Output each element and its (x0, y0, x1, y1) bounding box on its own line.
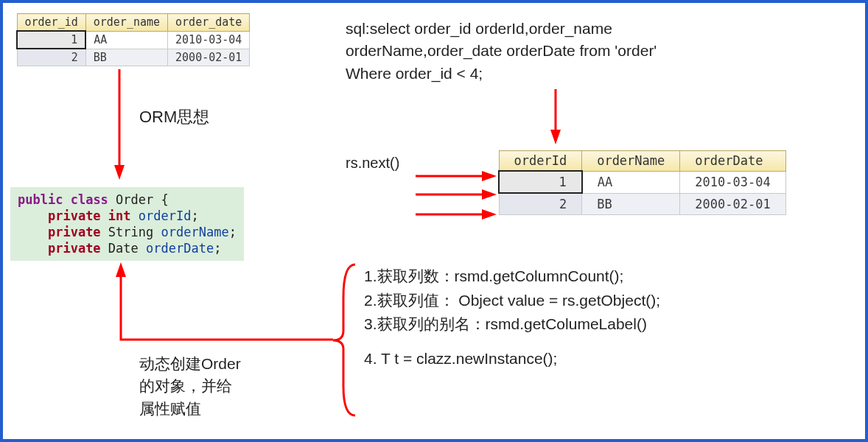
col-header: orderDate (680, 151, 785, 172)
table-row: 1 AA 2010-03-04 (499, 171, 785, 193)
table-header-row: orderId orderName orderDate (499, 151, 785, 172)
col-header: order_date (168, 14, 250, 32)
svg-marker-7 (482, 189, 497, 200)
cell-id: 1 (17, 31, 85, 49)
svg-marker-3 (550, 130, 561, 144)
label-rsnext: rs.next() (346, 152, 399, 173)
cell-date: 2000-02-01 (680, 193, 785, 215)
step-item: 3.获取列的别名：rsmd.getColumeLabel() (364, 312, 660, 337)
arrow-down-icon (548, 89, 563, 144)
table-header-row: order_id order_name order_date (17, 14, 250, 32)
arrow-down-icon (112, 69, 127, 180)
col-header: order_id (17, 14, 85, 32)
label-orm: ORM思想 (139, 106, 209, 129)
table-row: 2 BB 2000-02-01 (499, 193, 785, 215)
arrow-right-icon (416, 207, 497, 222)
step-item: 2.获取列值： Object value = rs.getObject(); (364, 289, 660, 313)
step-item: 1.获取列数：rsmd.getColumnCount(); (364, 264, 660, 289)
svg-marker-10 (116, 262, 126, 277)
cell-name: AA (85, 31, 167, 49)
cell-date: 2010-03-04 (680, 171, 785, 193)
arrow-right-icon (416, 169, 497, 183)
svg-marker-9 (482, 209, 497, 220)
col-header: order_name (85, 14, 167, 32)
sql-text: sql:select order_id orderId,order_name o… (346, 18, 657, 85)
arrow-right-icon (416, 187, 497, 202)
code-order-class: public class Order { private int orderId… (10, 187, 244, 261)
steps-list: 1.获取列数：rsmd.getColumnCount(); 2.获取列值： Ob… (364, 264, 660, 371)
cell-name: BB (582, 193, 680, 215)
arrow-connector-icon (106, 262, 335, 347)
sql-line: sql:select order_id orderId,order_name (346, 18, 657, 40)
label-dynamic-create: 动态创建Order 的对象，并给 属性赋值 (139, 353, 241, 420)
table-result: orderId orderName orderDate 1 AA 2010-03… (498, 150, 786, 215)
svg-marker-5 (482, 171, 497, 181)
col-header: orderName (582, 151, 680, 172)
table-original: order_id order_name order_date 1 AA 2010… (16, 13, 250, 66)
step-item: 4. T t = clazz.newInstance(); (364, 347, 660, 371)
svg-marker-1 (114, 165, 125, 180)
col-header: orderId (499, 151, 582, 172)
sql-line: Where order_id < 4; (346, 63, 657, 85)
cell-name: BB (85, 49, 167, 66)
sql-line: orderName,order_date orderDate from 'ord… (346, 40, 657, 62)
cell-id: 2 (499, 193, 582, 215)
cell-id: 2 (17, 49, 85, 66)
dynamic-line: 的对象，并给 (139, 375, 241, 397)
cell-id: 1 (499, 171, 582, 193)
cell-date: 2000-02-01 (168, 49, 250, 66)
dynamic-line: 属性赋值 (139, 398, 241, 420)
cell-date: 2010-03-04 (168, 31, 250, 49)
table-row: 2 BB 2000-02-01 (17, 49, 250, 66)
dynamic-line: 动态创建Order (139, 353, 241, 375)
cell-name: AA (582, 171, 680, 193)
table-row: 1 AA 2010-03-04 (17, 31, 250, 49)
